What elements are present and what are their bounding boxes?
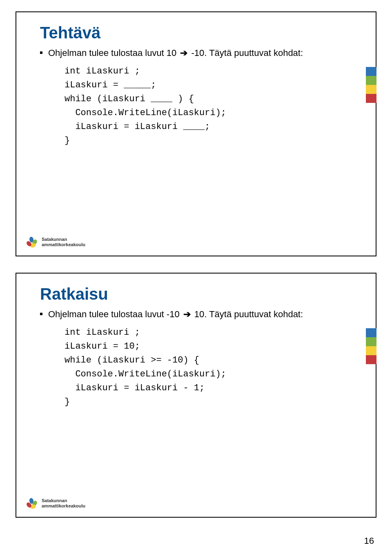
- slide2-title: Ratkaisu: [40, 285, 355, 303]
- color-accent-stripes: [366, 328, 376, 364]
- slide-2: Ratkaisu Ohjelman tulee tulostaa luvut -…: [16, 273, 376, 518]
- logo-line1: Satakunnan: [42, 237, 85, 242]
- slide2-bullet: Ohjelman tulee tulostaa luvut -10 ➔ 10. …: [40, 309, 355, 320]
- slide1-bullet-prefix: Ohjelman tulee tulostaa luvut 10: [48, 48, 179, 58]
- logo-flower-icon: [26, 237, 38, 247]
- slide1-bullet: Ohjelman tulee tulostaa luvut 10 ➔ -10. …: [40, 47, 355, 59]
- slide2-code: int iLaskuri ; iLaskuri = 10; while (iLa…: [65, 326, 355, 409]
- page-container: Tehtävä Ohjelman tulee tulostaa luvut 10…: [0, 0, 392, 550]
- slide2-bullet-suffix: 10. Täytä puuttuvat kohdat:: [192, 309, 303, 319]
- stripe-yellow: [366, 85, 376, 94]
- slide2-bullet-text: Ohjelman tulee tulostaa luvut -10 ➔ 10. …: [48, 309, 303, 320]
- slide1-code: int iLaskuri ; iLaskuri = _____; while (…: [65, 65, 355, 148]
- arrow-right-icon: ➔: [183, 309, 191, 320]
- stripe-green: [366, 337, 376, 346]
- logo-line2: ammattikorkeakoulu: [42, 503, 85, 509]
- slide1-bullet-suffix: -10. Täytä puuttuvat kohdat:: [189, 48, 303, 58]
- stripe-red: [366, 94, 376, 103]
- stripe-red: [366, 355, 376, 364]
- slide-1: Tehtävä Ohjelman tulee tulostaa luvut 10…: [16, 11, 376, 256]
- bullet-icon: [40, 313, 42, 315]
- footer-logo: Satakunnan ammattikorkeakoulu: [26, 237, 85, 247]
- logo-text: Satakunnan ammattikorkeakoulu: [42, 498, 85, 508]
- page-number: 16: [16, 534, 376, 546]
- stripe-blue: [366, 67, 376, 76]
- footer-logo: Satakunnan ammattikorkeakoulu: [26, 498, 85, 509]
- arrow-right-icon: ➔: [180, 47, 187, 59]
- slide2-bullet-prefix: Ohjelman tulee tulostaa luvut -10: [48, 309, 182, 319]
- slide1-bullet-text: Ohjelman tulee tulostaa luvut 10 ➔ -10. …: [48, 47, 303, 59]
- slide1-title: Tehtävä: [40, 24, 355, 42]
- logo-flower-icon: [26, 498, 38, 509]
- logo-text: Satakunnan ammattikorkeakoulu: [42, 237, 85, 247]
- bullet-icon: [40, 51, 42, 54]
- logo-line2: ammattikorkeakoulu: [42, 242, 85, 247]
- stripe-green: [366, 76, 376, 85]
- logo-line1: Satakunnan: [42, 498, 85, 503]
- stripe-yellow: [366, 346, 376, 355]
- stripe-blue: [366, 328, 376, 337]
- color-accent-stripes: [366, 67, 376, 103]
